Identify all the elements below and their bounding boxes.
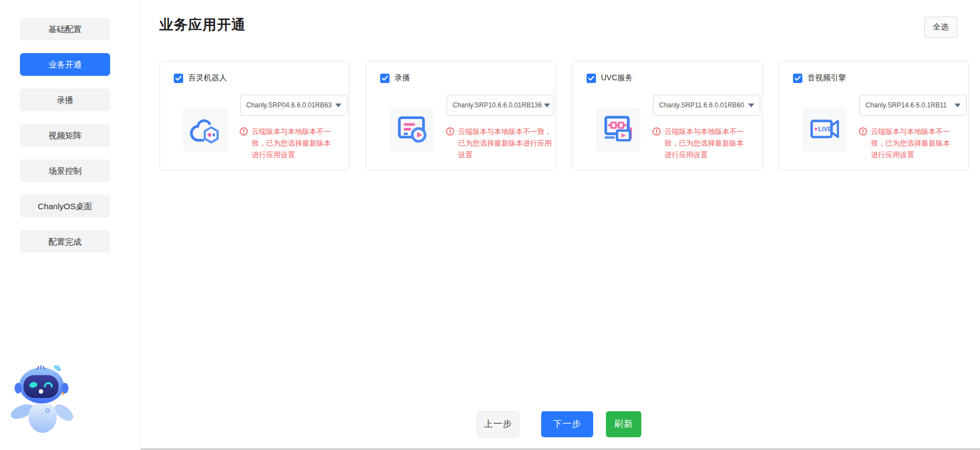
warning-text: 云端版本与本地版本不一致，已为您选择最新版本进行应用设置 — [871, 126, 955, 161]
app-card-label: UVC服务 — [601, 73, 633, 83]
version-warning: 云端版本与本地版本不一致，已为您选择最新版本进行应用设置 — [446, 126, 556, 161]
check-icon — [795, 76, 801, 81]
sidebar: 基础配置 业务开通 录播 视频矩阵 场景控制 ChanlyOS桌面 配置完成 — [0, 0, 140, 450]
version-warning: 云端版本与本地版本不一致，已为您选择最新版本进行应用设置 — [240, 126, 349, 161]
chevron-down-icon — [748, 104, 754, 107]
check-icon — [382, 76, 388, 81]
version-value: Chanly.SRP11.6.6.0.01RB60 — [659, 101, 744, 109]
warning-icon — [446, 127, 454, 161]
app-card-label: 百灵机器人 — [188, 73, 227, 83]
version-dropdown[interactable]: Chanly.SRP11.6.6.0.01RB60 — [653, 95, 760, 116]
version-dropdown[interactable]: Chanly.SRP14.6.6.0.1RB11 — [859, 95, 967, 116]
cloud-robot-icon — [183, 107, 227, 152]
recording-player-icon — [390, 107, 434, 152]
svg-text:LIVE: LIVE — [818, 126, 832, 132]
app-checkbox[interactable] — [174, 74, 183, 83]
version-value: Chanly.SRP14.6.6.0.1RB11 — [865, 101, 947, 109]
warning-icon — [859, 127, 867, 161]
warning-text: 云端版本与本地版本不一致，已为您选择最新版本进行应用设置 — [458, 126, 556, 161]
live-video-icon: LIVE — [802, 107, 847, 152]
previous-step-button[interactable]: 上一步 — [477, 411, 519, 437]
chevron-down-icon — [955, 104, 961, 107]
app-card-label: 音视频引擎 — [807, 73, 846, 83]
chevron-down-icon — [544, 104, 550, 107]
chevron-down-icon — [335, 104, 341, 107]
app-card-label: 录播 — [395, 73, 410, 83]
warning-icon — [652, 127, 661, 161]
version-warning: 云端版本与本地版本不一致，已为您选择最新版本进行应用设置 — [652, 126, 762, 161]
app-card-bailing-robot: 百灵机器人 Chanly.SRP04.6.6.0.01RB63 — [159, 61, 350, 170]
version-value: Chanly.SRP04.6.6.0.01RB63 — [246, 101, 332, 109]
version-dropdown[interactable]: Chanly.SRP10.6.6.0.01RB136 — [447, 95, 554, 116]
sidebar-item-basic-config[interactable]: 基础配置 — [20, 18, 110, 40]
page-title: 业务应用开通 — [159, 15, 246, 34]
next-step-button[interactable]: 下一步 — [541, 411, 593, 437]
sidebar-item-scene-control[interactable]: 场景控制 — [20, 159, 110, 182]
sidebar-item-video-matrix[interactable]: 视频矩阵 — [20, 124, 110, 147]
warning-text: 云端版本与本地版本不一致，已为您选择最新版本进行应用设置 — [252, 126, 336, 161]
app-checkbox[interactable] — [587, 74, 596, 83]
app-card-uvc-service: UVC服务 — [572, 61, 763, 170]
version-dropdown[interactable]: Chanly.SRP04.6.6.0.01RB63 — [240, 95, 348, 116]
sidebar-item-business-activation[interactable]: 业务开通 — [20, 53, 110, 76]
version-warning: 云端版本与本地版本不一致，已为您选择最新版本进行应用设置 — [859, 126, 968, 161]
app-card-av-engine: 音视频引擎 LIVE Chanly.SRP14.6.6.0.1RB11 — [779, 61, 969, 170]
app-card-list: 百灵机器人 Chanly.SRP04.6.6.0.01RB63 — [159, 61, 969, 170]
version-value: Chanly.SRP10.6.6.0.01RB136 — [453, 101, 542, 109]
refresh-button[interactable]: 刷新 — [606, 411, 641, 437]
wizard-step-nav: 基础配置 业务开通 录播 视频矩阵 场景控制 ChanlyOS桌面 配置完成 — [20, 18, 110, 253]
warning-icon — [240, 127, 248, 161]
main-content: 业务应用开通 全选 百灵机器人 — [141, 0, 980, 450]
warning-text: 云端版本与本地版本不一致，已为您选择最新版本进行应用设置 — [665, 126, 749, 161]
uvc-connection-icon — [596, 107, 640, 152]
sidebar-item-chanlyos-desktop[interactable]: ChanlyOS桌面 — [20, 195, 110, 218]
app-checkbox[interactable] — [793, 74, 802, 83]
sidebar-item-setup-complete[interactable]: 配置完成 — [20, 230, 110, 253]
sidebar-item-recording[interactable]: 录播 — [20, 89, 110, 111]
app-checkbox[interactable] — [380, 74, 390, 83]
mascot-robot-image — [10, 363, 75, 438]
check-icon — [588, 76, 594, 81]
select-all-button[interactable]: 全选 — [924, 17, 957, 38]
app-card-recording: 录播 Chanly.SRP10.6.6.0.01RB136 — [366, 61, 556, 170]
check-icon — [175, 76, 182, 81]
